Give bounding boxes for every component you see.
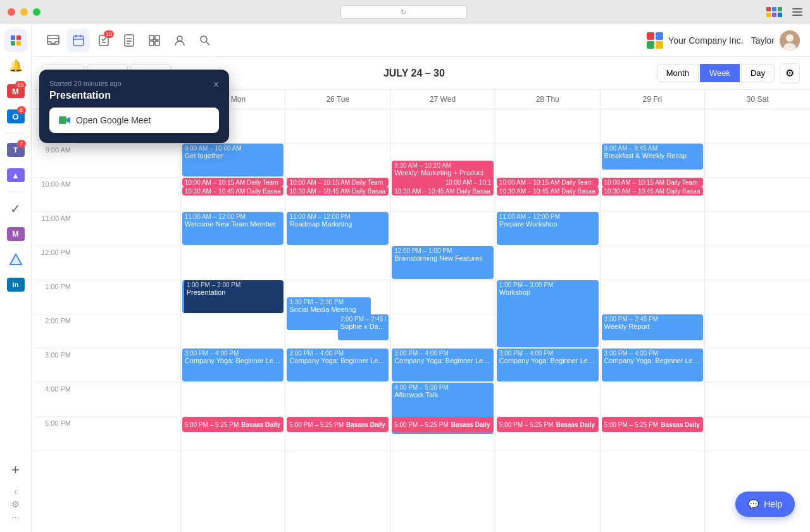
- event-basaas-thu[interactable]: 5:00 PM – 5:25 PM Basaas Daily: [497, 417, 599, 432]
- search-toolbar-icon[interactable]: [194, 29, 216, 52]
- day-view-button[interactable]: Day: [741, 64, 775, 82]
- grid-apps-icon[interactable]: [766, 7, 782, 17]
- svg-rect-7: [73, 36, 84, 46]
- event-roadmap[interactable]: 11:00 AM – 12:00 PM Roadmap Marketing: [287, 212, 389, 245]
- time-slot-10am: 10:00 AM: [32, 178, 76, 212]
- mail-badge: 65: [15, 81, 25, 89]
- user-info[interactable]: Taylor: [751, 30, 800, 51]
- event-basaas-daily-wed[interactable]: 10:30 AM – 10:45 AM Daily Basaa...: [392, 187, 494, 195]
- company-logo: Your Company Inc.: [647, 32, 744, 49]
- day-col-mon[interactable]: 9:00 AM – 10:00 AM Get together 10:00 AM…: [181, 109, 286, 532]
- apps-toolbar-icon[interactable]: [143, 29, 166, 52]
- svg-rect-6: [47, 35, 59, 44]
- event-welcome-new-team[interactable]: 11:00 AM – 12:00 PM Welcome New Team Mem…: [182, 212, 284, 245]
- event-daily-team-thu[interactable]: 10:00 AM – 10:15 AM Daily Team: [497, 178, 599, 187]
- svg-rect-19: [59, 116, 66, 124]
- event-basaas-daily-tue[interactable]: 10:30 AM – 10:45 AM Daily Basaa...: [287, 187, 389, 195]
- menu-icon[interactable]: [792, 8, 802, 16]
- time-slot-9am: 9:00 AM: [32, 144, 76, 178]
- docs-toolbar-icon[interactable]: [118, 29, 140, 52]
- svg-rect-0: [11, 35, 15, 40]
- calendar-toolbar-icon[interactable]: [67, 29, 90, 52]
- day-col-fri[interactable]: 9:00 AM – 9:45 AM Breakfast & Weekly Rec…: [601, 109, 706, 532]
- day-col-wed[interactable]: 9:30 AM – 10:20 AM Weekly: Marketing + P…: [390, 109, 495, 532]
- svg-rect-2: [11, 41, 15, 46]
- svg-rect-12: [149, 41, 154, 46]
- open-meet-button[interactable]: Open Google Meet: [49, 108, 219, 133]
- home-icon[interactable]: [4, 29, 27, 52]
- event-basaas-fri[interactable]: 5:00 PM – 5:25 PM Basaas Daily: [602, 417, 704, 432]
- main-toolbar: 10: [32, 24, 810, 57]
- event-daily-team-wed[interactable]: 10:00 AM – 10:15 Daily Team: [442, 178, 493, 187]
- svg-marker-20: [66, 117, 70, 123]
- chat-icon: 💬: [748, 499, 759, 509]
- event-yoga-fri[interactable]: 3:00 PM – 4:00 PM Company Yoga: Beginner…: [602, 349, 704, 381]
- day-label-sat: 30 Sat: [707, 95, 807, 104]
- notif-close-button[interactable]: ×: [213, 80, 219, 90]
- tasks-toolbar-icon[interactable]: 10: [92, 29, 115, 52]
- help-label: Help: [764, 499, 782, 509]
- calendar-settings-button[interactable]: ⚙: [780, 63, 800, 84]
- day-header-wed: 27 Wed: [390, 90, 495, 109]
- event-basaas-tue[interactable]: 5:00 PM – 5:25 PM Basaas Daily: [287, 417, 389, 432]
- event-yoga-wed[interactable]: 3:00 PM – 4:00 PM Company Yoga: Beginner…: [392, 349, 494, 381]
- mail-icon[interactable]: M 65: [4, 80, 27, 102]
- event-daily-basaas-mon[interactable]: 10:30 AM – 10:45 AM Daily Basaa...: [182, 187, 284, 195]
- svg-point-17: [786, 34, 794, 42]
- svg-rect-9: [125, 35, 134, 46]
- event-yoga-thu[interactable]: 3:00 PM – 4:00 PM Company Yoga: Beginner…: [497, 349, 599, 381]
- event-daily-team-tue[interactable]: 10:00 AM – 10:15 AM Daily Team: [287, 178, 389, 187]
- inbox-toolbar-icon[interactable]: [42, 29, 65, 52]
- day-col-sat[interactable]: [705, 109, 810, 532]
- event-brainstorming[interactable]: 12:00 PM – 1:00 PM Brainstorming New Fea…: [392, 246, 494, 279]
- help-button[interactable]: 💬 Help: [735, 492, 795, 517]
- make-icon[interactable]: M: [4, 223, 27, 245]
- svg-point-15: [201, 36, 207, 42]
- contacts-toolbar-icon[interactable]: [168, 29, 191, 52]
- event-get-together[interactable]: 9:00 AM – 10:00 AM Get together: [182, 144, 284, 176]
- check-icon[interactable]: ✓: [4, 197, 27, 220]
- notif-started: Started 20 minutes ago: [49, 80, 122, 87]
- month-view-button[interactable]: Month: [657, 64, 699, 82]
- tasks-toolbar-badge: 10: [104, 30, 114, 38]
- day-col-thu[interactable]: 10:00 AM – 10:15 AM Daily Team 10:30 AM …: [495, 109, 601, 532]
- clickup-icon[interactable]: ▲: [4, 164, 27, 187]
- event-basaas-daily-fri[interactable]: 10:30 AM – 10:45 AM Daily Basaa...: [602, 187, 704, 195]
- outlook-icon[interactable]: O 6: [4, 105, 27, 128]
- minimize-button[interactable]: [20, 8, 28, 16]
- event-basaas-mon[interactable]: 5:00 PM – 5:25 PM Basaas Daily: [182, 417, 284, 432]
- event-yoga-mon[interactable]: 3:00 PM – 4:00 PM Company Yoga: Beginner…: [182, 349, 284, 381]
- address-bar[interactable]: ↻: [340, 5, 467, 19]
- svg-rect-10: [149, 35, 154, 40]
- meet-button-label: Open Google Meet: [76, 115, 151, 125]
- alert-icon[interactable]: 🔔: [4, 54, 27, 77]
- event-presentation-mon[interactable]: 1:00 PM – 2:00 PM Presentation: [182, 280, 284, 313]
- week-view-button[interactable]: Week: [700, 64, 740, 82]
- settings-small-icon[interactable]: ⚙: [11, 499, 20, 509]
- close-button[interactable]: [8, 8, 15, 16]
- event-weekly-report[interactable]: 2:00 PM – 2:45 PM Weekly Report: [602, 314, 704, 340]
- maximize-button[interactable]: [33, 8, 40, 16]
- day-col-sun[interactable]: [76, 109, 181, 532]
- svg-rect-13: [155, 41, 159, 46]
- event-yoga-tue[interactable]: 3:00 PM – 4:00 PM Company Yoga: Beginner…: [287, 349, 389, 381]
- event-sophie-daniel-tue[interactable]: 2:00 PM – 2:45 PM Sophie x Daniel: [338, 314, 389, 340]
- time-slot-12pm: 12:00 PM: [32, 246, 76, 280]
- add-sidebar-icon[interactable]: +: [4, 459, 27, 481]
- event-daily-team-mon[interactable]: 10:00 AM – 10:15 AM Daily Team: [182, 178, 284, 187]
- linkedin-icon[interactable]: in: [4, 273, 27, 296]
- day-header-tue: 26 Tue: [285, 90, 390, 109]
- event-basaas-wed[interactable]: 5:00 PM – 5:25 PM Basaas Daily: [392, 417, 494, 432]
- day-col-tue[interactable]: 10:00 AM – 10:15 AM Daily Team 10:30 AM …: [285, 109, 390, 532]
- nav-left-icon[interactable]: ‹: [14, 486, 17, 497]
- teams-icon[interactable]: T 7: [4, 139, 27, 161]
- event-basaas-daily-thu[interactable]: 10:30 AM – 10:45 AM Daily Basaa...: [497, 187, 599, 195]
- event-breakfast[interactable]: 9:00 AM – 9:45 AM Breakfast & Weekly Rec…: [602, 144, 704, 170]
- event-prepare-workshop[interactable]: 11:00 AM – 12:00 PM Prepare Workshop: [497, 212, 599, 245]
- more-icon[interactable]: ···: [12, 512, 20, 522]
- day-header-thu: 28 Thu: [495, 90, 601, 109]
- event-workshop[interactable]: 1:00 PM – 3:00 PM Workshop: [497, 280, 599, 347]
- username: Taylor: [751, 35, 775, 46]
- event-daily-team-fri[interactable]: 10:00 AM – 10:15 AM Daily Team: [602, 178, 704, 187]
- drive-icon[interactable]: [4, 248, 27, 271]
